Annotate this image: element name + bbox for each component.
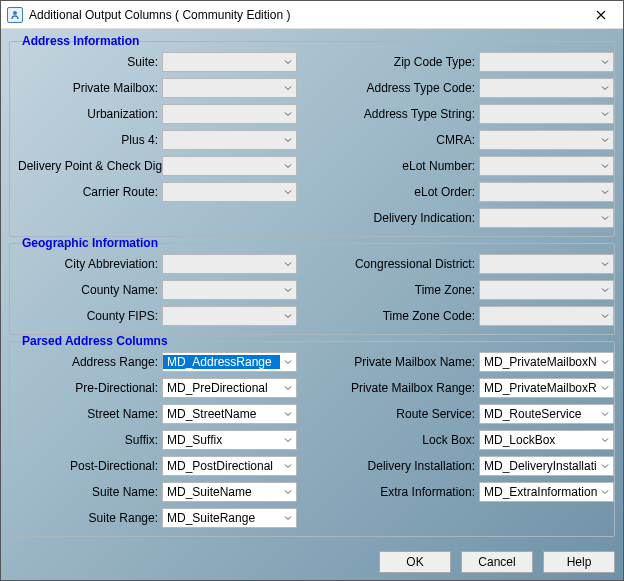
combo-chevron — [597, 353, 613, 371]
combo-value: MD_LockBox — [480, 433, 597, 447]
combo-chevron — [597, 79, 613, 97]
field-label: Urbanization: — [18, 107, 158, 121]
chevron-down-icon — [284, 462, 292, 470]
app-icon — [7, 7, 23, 23]
combo-chevron — [280, 405, 296, 423]
chevron-down-icon — [601, 260, 609, 268]
combo-value: MD_SuiteName — [163, 485, 280, 499]
field-label: Address Type Code: — [335, 81, 475, 95]
combo-pre-directional[interactable]: MD_PreDirectional — [162, 378, 297, 398]
chevron-down-icon — [601, 110, 609, 118]
chevron-down-icon — [601, 286, 609, 294]
combo-time-zone-code[interactable] — [479, 306, 614, 326]
ok-button[interactable]: OK — [379, 551, 451, 573]
field-label: Private Mailbox: — [18, 81, 158, 95]
combo-city-abbreviation[interactable] — [162, 254, 297, 274]
combo-county-name[interactable] — [162, 280, 297, 300]
close-button[interactable] — [579, 1, 623, 29]
combo-suite[interactable] — [162, 52, 297, 72]
combo-chevron — [597, 105, 613, 123]
combo-chevron — [280, 281, 296, 299]
combo-chevron — [597, 307, 613, 325]
chevron-down-icon — [284, 110, 292, 118]
field-label: Time Zone: — [335, 283, 475, 297]
combo-chevron — [280, 131, 296, 149]
chevron-down-icon — [284, 384, 292, 392]
combo-chevron — [597, 157, 613, 175]
combo-suite-name[interactable]: MD_SuiteName — [162, 482, 297, 502]
combo-route-service[interactable]: MD_RouteService — [479, 404, 614, 424]
combo-urbanization[interactable] — [162, 104, 297, 124]
combo-value: MD_AddressRange — [163, 355, 280, 369]
combo-chevron — [280, 379, 296, 397]
combo-suffix[interactable]: MD_Suffix — [162, 430, 297, 450]
combo-address-type-string[interactable] — [479, 104, 614, 124]
combo-elot-order[interactable] — [479, 182, 614, 202]
field-label: County Name: — [18, 283, 158, 297]
combo-address-range[interactable]: MD_AddressRange — [162, 352, 297, 372]
chevron-down-icon — [284, 162, 292, 170]
group-parsed-address: Parsed Address Columns Address Range:MD_… — [9, 341, 615, 537]
field-label: Suite: — [18, 55, 158, 69]
chevron-down-icon — [284, 286, 292, 294]
chevron-down-icon — [601, 58, 609, 66]
combo-post-directional[interactable]: MD_PostDirectional — [162, 456, 297, 476]
field-label: Delivery Indication: — [335, 211, 475, 225]
chevron-down-icon — [601, 188, 609, 196]
chevron-down-icon — [284, 188, 292, 196]
combo-congressional-district[interactable] — [479, 254, 614, 274]
help-button[interactable]: Help — [543, 551, 615, 573]
field-label: Private Mailbox Name: — [335, 355, 475, 369]
combo-chevron — [597, 183, 613, 201]
chevron-down-icon — [601, 384, 609, 392]
field-label: Suite Name: — [18, 485, 158, 499]
combo-delivery-installation[interactable]: MD_DeliveryInstallation — [479, 456, 614, 476]
cancel-button[interactable]: Cancel — [461, 551, 533, 573]
combo-private-mailbox-range[interactable]: MD_PrivateMailboxRange — [479, 378, 614, 398]
group-address-info: Address Information Suite:Zip Code Type:… — [9, 41, 615, 237]
group-geographic-info: Geographic Information City Abbreviation… — [9, 243, 615, 335]
combo-address-type-code[interactable] — [479, 78, 614, 98]
combo-cmra[interactable] — [479, 130, 614, 150]
combo-suite-range[interactable]: MD_SuiteRange — [162, 508, 297, 528]
combo-delivery-point-&-check-digit[interactable] — [162, 156, 297, 176]
dialog-buttons: OK Cancel Help — [9, 541, 615, 573]
combo-extra-information[interactable]: MD_ExtraInformation — [479, 482, 614, 502]
field-label: Delivery Point & Check Digit: — [18, 159, 158, 173]
combo-chevron — [280, 509, 296, 527]
field-label: CMRA: — [335, 133, 475, 147]
field-label: City Abbreviation: — [18, 257, 158, 271]
combo-chevron — [597, 209, 613, 227]
field-label: eLot Order: — [335, 185, 475, 199]
field-label: Address Type String: — [335, 107, 475, 121]
combo-plus-4[interactable] — [162, 130, 297, 150]
chevron-down-icon — [601, 410, 609, 418]
combo-carrier-route[interactable] — [162, 182, 297, 202]
combo-private-mailbox[interactable] — [162, 78, 297, 98]
combo-chevron — [280, 431, 296, 449]
combo-zip-code-type[interactable] — [479, 52, 614, 72]
combo-value: MD_PrivateMailboxRange — [480, 381, 597, 395]
combo-street-name[interactable]: MD_StreetName — [162, 404, 297, 424]
chevron-down-icon — [601, 136, 609, 144]
combo-value: MD_PreDirectional — [163, 381, 280, 395]
combo-delivery-indication[interactable] — [479, 208, 614, 228]
svg-point-0 — [13, 11, 17, 15]
combo-private-mailbox-name[interactable]: MD_PrivateMailboxName — [479, 352, 614, 372]
chevron-down-icon — [284, 410, 292, 418]
combo-lock-box[interactable]: MD_LockBox — [479, 430, 614, 450]
chevron-down-icon — [601, 162, 609, 170]
combo-value: MD_PostDirectional — [163, 459, 280, 473]
chevron-down-icon — [284, 514, 292, 522]
chevron-down-icon — [601, 358, 609, 366]
combo-value: MD_DeliveryInstallation — [480, 459, 597, 473]
field-label: eLot Number: — [335, 159, 475, 173]
combo-county-fips[interactable] — [162, 306, 297, 326]
combo-chevron — [280, 79, 296, 97]
combo-chevron — [280, 105, 296, 123]
combo-elot-number[interactable] — [479, 156, 614, 176]
combo-chevron — [597, 131, 613, 149]
combo-chevron — [280, 53, 296, 71]
client-area: Address Information Suite:Zip Code Type:… — [1, 29, 623, 581]
combo-time-zone[interactable] — [479, 280, 614, 300]
